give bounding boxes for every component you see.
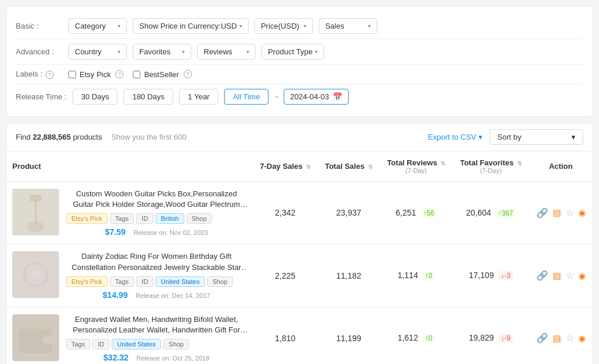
action-cell: 🔗 ▤ ☆ ◉ — [529, 244, 593, 307]
basic-filter-row: Basic : Category ▾ Show Price in Currenc… — [16, 13, 583, 39]
category-select[interactable]: Category ▾ — [68, 18, 127, 34]
7day-sales-value: 2,225 — [275, 271, 295, 280]
180-days-button[interactable]: 180 Days — [123, 89, 173, 105]
reviews-change: ↑0 — [422, 271, 435, 280]
table-row: Dainty Zodiac Ring For Women Birthday Gi… — [6, 244, 593, 307]
product-tag: Tags — [110, 276, 134, 287]
favorites-sort-icon: ⇅ — [517, 160, 522, 167]
etsy-pick-checkbox[interactable] — [68, 71, 76, 78]
col-total-sales[interactable]: Total Sales ⇅ — [318, 151, 380, 182]
sales-select[interactable]: Sales ▾ — [319, 18, 377, 34]
total-sales-cell: 11,199 — [318, 307, 380, 364]
all-time-button[interactable]: All Time — [224, 89, 268, 105]
etsy-pick-checkbox-label[interactable]: Etsy Pick ? — [68, 70, 123, 79]
favorites-change: ↓-9 — [498, 334, 513, 343]
product-cell: Engraved Wallet Men, Handwriting Bifold … — [6, 307, 253, 364]
product-tag: ID — [136, 213, 153, 224]
col-product: Product — [6, 151, 253, 182]
list-icon[interactable]: ▤ — [553, 271, 561, 281]
labels-filter-row: Labels : ? Etsy Pick ? BestSeller ? — [16, 65, 583, 84]
product-tag: United States — [112, 339, 161, 349]
list-icon[interactable]: ▤ — [553, 207, 561, 218]
advanced-filter-row: Advanced : Country ▾ Favorites ▾ Reviews… — [16, 39, 583, 65]
total-sales-cell: 23,937 — [318, 182, 380, 244]
reviews-cell: 1,612 ↑0 — [380, 307, 453, 364]
total-sales-value: 11,199 — [336, 334, 362, 343]
chart-icon[interactable]: ◉ — [579, 208, 586, 217]
list-icon[interactable]: ▤ — [553, 333, 561, 344]
bestseller-info-icon[interactable]: ? — [184, 70, 192, 78]
release-time-options: 30 Days 180 Days 1 Year All Time ~ 2024-… — [73, 89, 349, 105]
reviews-cell: 6,251 ↑56 — [380, 182, 453, 244]
price-select[interactable]: Price(USD) ▾ — [254, 18, 313, 34]
svg-point-6 — [31, 270, 40, 279]
favorites-cell: 20,604 ↑367 — [453, 182, 529, 244]
product-title[interactable]: Dainty Zodiac Ring For Women Birthday Gi… — [66, 251, 247, 272]
favorites-arrow: ▾ — [182, 48, 185, 55]
col-7day-sales[interactable]: 7-Day Sales ⇅ — [253, 151, 318, 182]
reviews-arrow: ▾ — [246, 48, 249, 55]
bestseller-checkbox-label[interactable]: BestSeller ? — [133, 70, 191, 79]
product-thumbnail[interactable] — [12, 189, 59, 235]
price-arrow: ▾ — [304, 23, 307, 29]
7day-sales-value: 2,342 — [275, 208, 295, 217]
reviews-value: 1,114 — [398, 271, 418, 280]
1-year-button[interactable]: 1 Year — [179, 89, 218, 105]
country-arrow: ▾ — [118, 48, 121, 55]
currency-select[interactable]: Show Price in Currency:USD ▾ — [133, 18, 249, 34]
country-select[interactable]: Country ▾ — [68, 44, 127, 60]
product-table-container: Product 7-Day Sales ⇅ Total Sales ⇅ Tota… — [6, 151, 593, 364]
product-price: $14.99 — [103, 290, 128, 300]
results-info: Find 22,888,565 products Show you the fi… — [16, 133, 187, 141]
table-row: Custom Wooden Guitar Picks Box,Personali… — [6, 182, 593, 244]
chart-icon[interactable]: ◉ — [579, 271, 586, 280]
product-title[interactable]: Custom Wooden Guitar Picks Box,Personali… — [66, 189, 247, 210]
reviews-select[interactable]: Reviews ▾ — [197, 44, 256, 60]
product-title[interactable]: Engraved Wallet Men, Handwriting Bifold … — [66, 314, 247, 335]
product-tags: Etsy's PickTagsIDBritishShop — [66, 213, 247, 224]
30-days-button[interactable]: 30 Days — [73, 89, 118, 105]
advanced-label: Advanced : — [16, 47, 63, 56]
date-tilde: ~ — [274, 92, 279, 101]
labels-options: Etsy Pick ? BestSeller ? — [68, 70, 192, 79]
product-thumbnail[interactable] — [12, 314, 59, 361]
product-info: Dainty Zodiac Ring For Women Birthday Gi… — [66, 251, 247, 299]
date-end-input[interactable]: 2024-04-03 📅 — [284, 89, 349, 105]
currency-arrow: ▾ — [239, 23, 242, 29]
reviews-cell: 1,114 ↑0 — [380, 244, 453, 307]
product-cell: Dainty Zodiac Ring For Women Birthday Gi… — [6, 244, 253, 307]
product-info: Custom Wooden Guitar Picks Box,Personali… — [66, 189, 247, 237]
product-type-select[interactable]: Product Type ▾ — [261, 44, 324, 60]
bestseller-checkbox[interactable] — [133, 71, 140, 78]
col-total-reviews[interactable]: Total Reviews ⇅ (7-Day) — [380, 151, 453, 182]
product-thumbnail[interactable] — [12, 251, 59, 298]
sort-by-select[interactable]: Sort by ▾ — [490, 129, 583, 145]
col-total-favorites[interactable]: Total Favorites ⇅ (7-Day) — [453, 151, 529, 182]
link-icon[interactable]: 🔗 — [536, 270, 548, 281]
product-release-date: Release on: Oct 25, 2018 — [136, 355, 209, 362]
link-icon[interactable]: 🔗 — [536, 207, 548, 219]
product-table: Product 7-Day Sales ⇅ Total Sales ⇅ Tota… — [6, 151, 593, 364]
basic-label: Basic : — [16, 22, 63, 30]
product-tag: Etsy's Pick — [66, 276, 108, 287]
export-csv-button[interactable]: Export to CSV ▾ — [428, 133, 483, 141]
labels-info-icon[interactable]: ? — [46, 71, 54, 79]
favorites-select[interactable]: Favorites ▾ — [133, 44, 191, 60]
product-tag: Shop — [187, 213, 212, 224]
star-icon[interactable]: ☆ — [566, 332, 574, 344]
labels-label: Labels : ? — [16, 70, 63, 79]
link-icon[interactable]: 🔗 — [536, 332, 548, 344]
favorites-value: 19,829 — [469, 333, 494, 342]
chart-icon[interactable]: ◉ — [579, 334, 586, 343]
7day-sales-cell: 2,342 — [253, 182, 318, 244]
product-tag: ID — [92, 339, 109, 349]
action-cell: 🔗 ▤ ☆ ◉ — [529, 182, 593, 244]
star-icon[interactable]: ☆ — [566, 207, 574, 219]
etsy-pick-info-icon[interactable]: ? — [115, 70, 123, 78]
favorites-change: ↓-3 — [498, 271, 513, 280]
release-time-label: Release Time : — [16, 92, 67, 101]
col-action: Action — [529, 151, 593, 182]
product-price-row: $14.99 Release on: Dec 14, 2017 — [66, 290, 247, 300]
product-price-row: $7.59 Release on: Nov 02, 2023 — [66, 227, 247, 237]
star-icon[interactable]: ☆ — [566, 270, 574, 281]
